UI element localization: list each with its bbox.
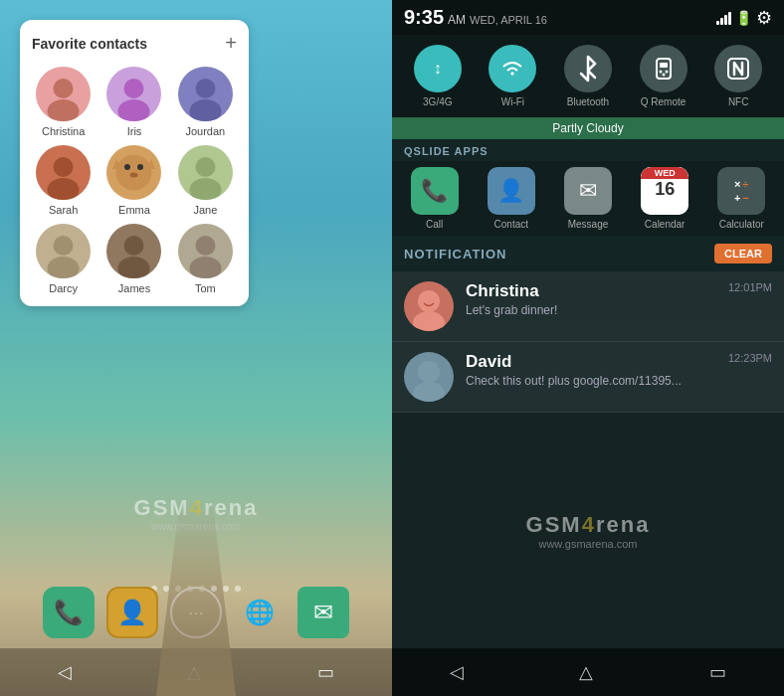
qslide-calculator[interactable]: ×÷ +− Calculator xyxy=(717,167,765,230)
toggle-nfc-circle xyxy=(714,45,762,92)
toggle-3g4g-label: 3G/4G xyxy=(423,96,452,107)
home-button-left[interactable]: △ xyxy=(187,661,201,683)
qslide-message[interactable]: ✉ Message xyxy=(564,167,612,230)
qslide-contact-label: Contact xyxy=(494,219,528,230)
toggle-nfc-label: NFC xyxy=(728,96,749,107)
notification-panel: 9:35 AM WED, APRIL 16 🔋 ⚙ ↕ xyxy=(392,0,784,696)
contact-item-jourdan[interactable]: Jourdan xyxy=(174,67,237,137)
dock-contacts-button[interactable]: 👤 xyxy=(106,587,158,638)
svg-point-26 xyxy=(662,74,665,77)
battery-icon: 🔋 xyxy=(735,10,752,26)
back-button-left[interactable]: ◁ xyxy=(58,661,72,683)
contact-item-iris[interactable]: Iris xyxy=(102,67,165,137)
notification-christina[interactable]: Christina Let's grab dinner! 12:01PM xyxy=(392,271,784,342)
toggle-wifi-circle xyxy=(489,45,536,92)
svg-point-2 xyxy=(124,79,144,98)
svg-rect-23 xyxy=(660,63,668,68)
qslide-message-label: Message xyxy=(568,219,609,230)
signal-icon xyxy=(716,11,731,25)
clear-button[interactable]: CLEAR xyxy=(714,244,772,263)
recents-button-right[interactable]: ▭ xyxy=(709,661,726,683)
contact-name-darcy: Darcy xyxy=(49,282,78,294)
svg-point-25 xyxy=(665,71,668,74)
svg-point-18 xyxy=(124,236,144,256)
toggle-qremote-circle xyxy=(640,45,687,92)
svg-point-19 xyxy=(118,257,150,278)
contact-item-jane[interactable]: Jane xyxy=(174,145,237,216)
qslide-call[interactable]: 📞 Call xyxy=(411,167,459,230)
qslide-calendar[interactable]: WED 16 Calendar xyxy=(641,167,688,230)
avatar-christina xyxy=(36,67,91,121)
svg-point-20 xyxy=(195,236,215,256)
watermark-right: GSM4rena www.gsmarena.com xyxy=(526,512,651,550)
contact-item-sarah[interactable]: Sarah xyxy=(32,145,95,216)
qslide-label: QSLIDE APPS xyxy=(404,145,489,157)
dock-apps-button[interactable]: ⋯ xyxy=(170,587,222,638)
left-panel: Favorite contacts + Christina xyxy=(0,0,392,696)
dot-3 xyxy=(175,586,181,592)
qslide-message-icon: ✉ xyxy=(564,167,612,215)
toggle-wifi[interactable]: Wi-Fi xyxy=(489,45,536,107)
watermark-left: GSM4rena www.gsmarena.com xyxy=(134,495,259,532)
toggle-bluetooth[interactable]: Bluetooth xyxy=(564,45,612,107)
svg-point-5 xyxy=(189,99,221,121)
notif-avatar-david xyxy=(404,352,454,402)
qslide-contact[interactable]: 👤 Contact xyxy=(488,167,535,230)
dot-4 xyxy=(187,586,193,592)
svg-point-21 xyxy=(189,257,221,278)
avatar-jane xyxy=(178,145,233,200)
qslide-contact-icon: 👤 xyxy=(488,167,535,215)
contact-item-darcy[interactable]: Darcy xyxy=(32,224,95,294)
svg-point-1 xyxy=(48,99,80,121)
svg-point-31 xyxy=(413,382,445,402)
toggle-qremote[interactable]: Q Remote xyxy=(640,45,687,107)
dock-phone-button[interactable]: 📞 xyxy=(43,587,95,638)
toggle-bluetooth-label: Bluetooth xyxy=(567,96,609,107)
notification-david[interactable]: David Check this out! plus google.com/11… xyxy=(392,342,784,413)
contact-name-tom: Tom xyxy=(195,282,216,294)
avatar-iris xyxy=(106,67,161,121)
dock-browser-button[interactable]: 🌐 xyxy=(234,587,286,638)
dot-5 xyxy=(199,586,205,592)
notification-title: NOTIFICATION xyxy=(404,247,506,261)
contact-item-james[interactable]: James xyxy=(102,224,165,294)
avatar-jourdan xyxy=(178,67,233,121)
weather-text: Partly Cloudy xyxy=(552,121,623,135)
svg-point-14 xyxy=(195,157,215,177)
notif-msg-christina: Let's grab dinner! xyxy=(466,303,716,317)
bottom-overlay: GSM4rena www.gsmarena.com xyxy=(392,413,784,648)
notif-content-david: David Check this out! plus google.com/11… xyxy=(466,352,716,388)
svg-point-30 xyxy=(418,361,440,383)
recents-button-left[interactable]: ▭ xyxy=(317,661,334,683)
add-contact-button[interactable]: + xyxy=(225,32,237,55)
toggle-3g4g-circle: ↕ xyxy=(414,45,462,92)
cal-month: WED xyxy=(641,167,688,179)
favorite-contacts-widget: Favorite contacts + Christina xyxy=(20,20,249,306)
svg-point-10 xyxy=(137,164,143,170)
avatar-emma xyxy=(106,145,161,200)
contact-name-james: James xyxy=(118,282,150,294)
svg-point-3 xyxy=(118,99,150,121)
notif-name-christina: Christina xyxy=(466,281,716,301)
contact-name-emma: Emma xyxy=(118,204,150,216)
fav-header: Favorite contacts + xyxy=(32,32,237,55)
svg-point-0 xyxy=(54,79,74,98)
notif-msg-david: Check this out! plus google.com/11395... xyxy=(466,374,716,388)
notif-avatar-christina xyxy=(404,281,454,331)
contacts-grid: Christina Iris xyxy=(32,67,237,294)
avatar-sarah xyxy=(36,145,91,200)
nav-bar-right: ◁ △ ▭ xyxy=(392,648,784,696)
weather-bar: Partly Cloudy xyxy=(392,117,784,139)
toggle-nfc[interactable]: NFC xyxy=(714,45,762,107)
qslide-call-icon: 📞 xyxy=(411,167,459,215)
contact-item-tom[interactable]: Tom xyxy=(174,224,237,294)
qslide-apps: 📞 Call 👤 Contact ✉ Message WED 16 xyxy=(392,161,784,236)
contact-name-iris: Iris xyxy=(127,125,142,137)
toggle-3g4g[interactable]: ↕ 3G/4G xyxy=(414,45,462,107)
back-button-right[interactable]: ◁ xyxy=(450,661,464,683)
home-button-right[interactable]: △ xyxy=(579,661,593,683)
contact-item-christina[interactable]: Christina xyxy=(32,67,95,137)
dock-message-button[interactable]: ✉ xyxy=(297,587,349,638)
contact-item-emma[interactable]: Emma xyxy=(102,145,165,216)
settings-gear-icon[interactable]: ⚙ xyxy=(756,7,772,29)
